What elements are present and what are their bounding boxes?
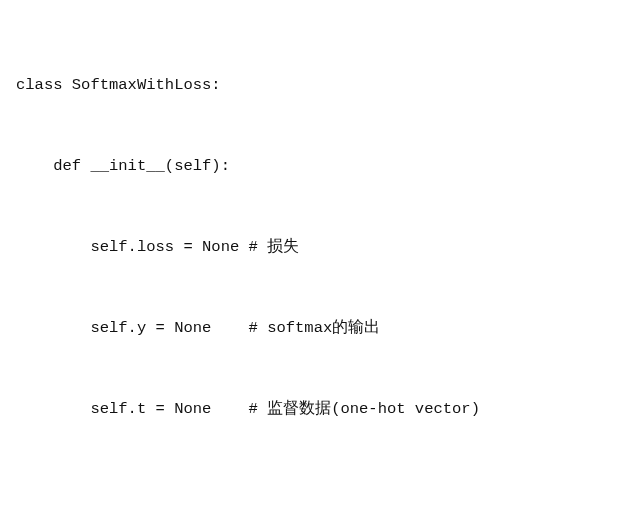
code-block: class SoftmaxWithLoss: def __init__(self… bbox=[0, 0, 633, 517]
code-line: self.t = None # 监督数据(one-hot vector) bbox=[16, 396, 617, 423]
code-line: class SoftmaxWithLoss: bbox=[16, 72, 617, 99]
code-line: self.y = None # softmax的输出 bbox=[16, 315, 617, 342]
code-line: def __init__(self): bbox=[16, 153, 617, 180]
code-line: self.loss = None # 损失 bbox=[16, 234, 617, 261]
